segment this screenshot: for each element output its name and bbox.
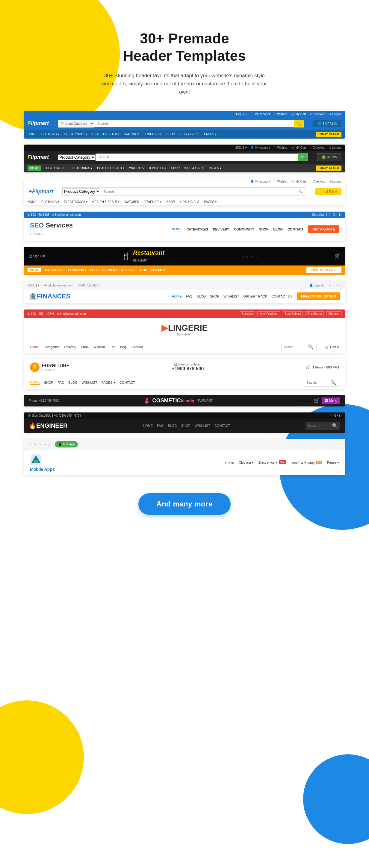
nav-kids-white[interactable]: KIDS & GIRLS (180, 200, 199, 204)
fin-nav-wishlist[interactable]: WISHLIST (223, 294, 239, 298)
ling-nav-home[interactable]: Home (30, 345, 39, 349)
lingerie-specials[interactable]: Specials (239, 311, 255, 316)
lingerie-cart[interactable]: 🛒 Cart 0 (325, 345, 339, 349)
mob-nav-clothing[interactable]: Clothing ▾ (239, 461, 253, 465)
nav-pages-white[interactable]: PAGES ▾ (204, 200, 217, 204)
eng-signout[interactable]: 👤 Sign Out (28, 414, 44, 417)
ling-nav-delivery[interactable]: Delivery (64, 345, 76, 349)
nav-watches[interactable]: WATCHES (124, 133, 139, 136)
nav-home-white[interactable]: HOME (28, 200, 36, 204)
nav-shop-white[interactable]: SHOP (167, 200, 175, 204)
ling-nav-contact[interactable]: Contact (132, 345, 143, 349)
restaurant-cart-icon[interactable]: 🛒 (334, 253, 340, 259)
seo-nav-delivery[interactable]: DELIVERY (213, 227, 229, 231)
cart-white[interactable]: 🛒 My Cart (291, 180, 306, 183)
fin-nav-home[interactable]: HOME (172, 294, 182, 298)
seo-nav-categories[interactable]: CATEGORIES (187, 227, 208, 231)
nav-home[interactable]: HOME (28, 133, 36, 136)
nav-watches-dark[interactable]: WATCHES (129, 166, 144, 170)
account-link[interactable]: 👤 My account (250, 113, 270, 116)
lingerie-sitemap[interactable]: Sitemap (326, 311, 341, 316)
seo-gplus[interactable]: G+ (333, 213, 337, 216)
get-app-button[interactable]: 📱 Get App (55, 441, 78, 447)
fin-nav-order[interactable]: ORDER TRACK (243, 294, 267, 298)
rest-nav-community[interactable]: COMMUNITY (68, 269, 87, 272)
rest-social-fb[interactable]: ○ (242, 254, 244, 258)
seo-linkedin[interactable]: in (339, 213, 341, 216)
furn-nav-faq[interactable]: FAQ (57, 381, 64, 384)
furn-nav-home[interactable]: HOME (30, 380, 40, 384)
wishlist-link[interactable]: ♡ Wishlist (274, 113, 287, 116)
restaurant-book-button[interactable]: BOOK YOUR TABLE (306, 267, 341, 273)
ling-nav-shop[interactable]: Shop (81, 345, 89, 349)
nav-health[interactable]: HEALTH & BEAUTY (92, 133, 119, 136)
nav-health-dark[interactable]: HEALTH & BEAUTY (97, 166, 124, 170)
nav-electronics[interactable]: ELECTRONICS ▾ (64, 133, 87, 136)
search-input-white[interactable] (100, 188, 295, 195)
checkout-dark[interactable]: ✓ Checkout (310, 146, 325, 149)
checkout-white[interactable]: ✓ Checkout (310, 180, 325, 183)
finances-signout[interactable]: 👤 Sign Out (309, 284, 325, 287)
mob-nav-home[interactable]: Home (225, 461, 234, 465)
mob-nav-pages[interactable]: Pages ▾ (327, 461, 339, 465)
rest-nav-contact[interactable]: CONTACT (151, 269, 165, 272)
and-many-more-button[interactable]: And many more (138, 493, 231, 515)
nav-jewellery[interactable]: JEWELLERY (144, 133, 162, 136)
category-select-dark[interactable]: Product Category (58, 154, 95, 160)
nav-jewellery-white[interactable]: JEWELLERY (144, 200, 162, 204)
seo-quote-button[interactable]: GET A QUOTE (308, 225, 339, 233)
eng-nav-faq[interactable]: FAQ (157, 424, 164, 427)
cart-dark[interactable]: 🛒 My Cart (291, 146, 306, 149)
wishlist-white[interactable]: ♡ Wishlist (274, 180, 287, 183)
seo-nav-shop[interactable]: SHOP (259, 227, 268, 231)
furn-nav-wishlist[interactable]: WISHLIST (82, 381, 97, 384)
nav-electronics-white[interactable]: ELECTRONICS ▾ (64, 200, 87, 204)
lingerie-our-stores[interactable]: Our Stores (305, 311, 324, 316)
nav-shop[interactable]: SHOP (167, 133, 175, 136)
rest-nav-home[interactable]: HOME (28, 268, 41, 272)
rest-social-yt[interactable]: ○ (250, 254, 253, 258)
category-select-white[interactable]: Product Category (63, 189, 100, 194)
nav-pages[interactable]: PAGES ▾ (204, 133, 217, 136)
wishlist-dark[interactable]: ♡ Wishlist (274, 146, 287, 149)
engineer-search-icon[interactable]: 🔍 (332, 423, 338, 429)
rest-social-gp[interactable]: ○ (255, 254, 257, 258)
logout-dark[interactable]: ⊙ Logout (329, 146, 341, 149)
checkout-link[interactable]: ✓ Checkout (310, 113, 325, 116)
nav-electronics-dark[interactable]: ELECTRONICS ▾ (68, 166, 92, 170)
ling-nav-wishlist[interactable]: Wishlist (93, 345, 105, 349)
seo-nav-blog[interactable]: BLOG (273, 227, 283, 231)
nav-kids-dark[interactable]: KIDS & GIRLS (184, 166, 204, 170)
mob-social-5[interactable]: ○ (48, 442, 51, 446)
cart-btn-white[interactable]: 💛 0 | 2.95€ (315, 188, 341, 195)
engineer-search-input[interactable] (308, 424, 332, 427)
nav-watches-white[interactable]: WATCHES (124, 200, 139, 204)
furn-nav-contact[interactable]: CONTACT (119, 381, 135, 384)
seo-nav-contact[interactable]: CONTACT (287, 227, 304, 231)
nav-pages-dark[interactable]: PAGES ▾ (209, 166, 221, 170)
lingerie-search-input[interactable] (284, 345, 308, 349)
search-button[interactable]: 🔍 (294, 120, 304, 127)
fin-nav-shop[interactable]: SHOP (210, 294, 219, 298)
seo-facebook[interactable]: f (326, 213, 327, 216)
rest-nav-shop[interactable]: SHOP (90, 269, 98, 272)
cart-btn-dark[interactable]: 🟢 99,995 (317, 153, 341, 161)
mob-social-4[interactable]: ○ (44, 442, 46, 446)
rest-social-tw[interactable]: ○ (246, 254, 248, 258)
mob-social-3[interactable]: ○ (39, 442, 41, 446)
mob-nav-health[interactable]: Health & Beauty Hot (291, 461, 322, 465)
nav-health-white[interactable]: HEALTH & BEAUTY (92, 200, 119, 204)
eng-nav-contact[interactable]: CONTACT (215, 424, 230, 427)
account-white[interactable]: 👤 My account (250, 180, 270, 183)
ling-nav-categories[interactable]: Categories (44, 345, 59, 349)
furn-nav-pages[interactable]: PAGES ▾ (102, 381, 115, 384)
search-input[interactable] (94, 120, 294, 127)
rest-nav-delivery[interactable]: DELIVERY (102, 269, 117, 272)
rest-nav-categories[interactable]: CATEGORIES (45, 269, 64, 272)
nav-shop-dark[interactable]: SHOP (171, 166, 180, 170)
nav-home-dark[interactable]: HOME (28, 165, 41, 170)
fin-nav-blog[interactable]: BLOG (197, 294, 206, 298)
lingerie-new-products[interactable]: New Products (257, 311, 280, 316)
cart-link[interactable]: 🛒 My Cart (291, 113, 306, 116)
lingerie-best-sellers[interactable]: Best Sellers (283, 311, 303, 316)
